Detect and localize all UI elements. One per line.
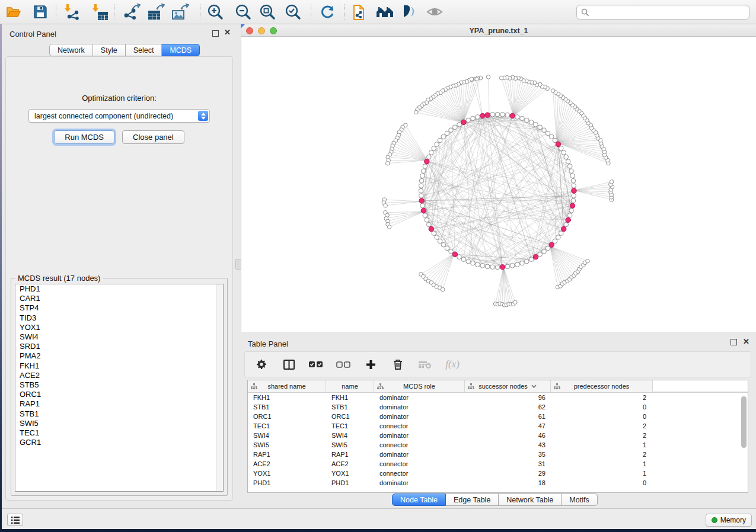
cell-shared-name[interactable]: YOX1 — [248, 470, 326, 477]
network-node[interactable] — [564, 222, 569, 227]
cell-successor-nodes[interactable]: 35 — [465, 451, 551, 458]
export-network-button[interactable] — [122, 3, 141, 21]
cell-MCDS-role[interactable]: dominator — [374, 479, 465, 486]
table-tab-network-table[interactable]: Network Table — [499, 493, 562, 506]
cell-successor-nodes[interactable]: 29 — [465, 470, 551, 477]
mcds-hub-node[interactable] — [485, 113, 490, 117]
network-node[interactable] — [471, 116, 476, 121]
network-node[interactable] — [542, 128, 547, 133]
memory-button[interactable]: Memory — [706, 514, 752, 527]
network-node[interactable] — [495, 112, 500, 117]
network-node[interactable] — [570, 174, 575, 178]
import-table-button[interactable] — [91, 3, 110, 21]
run-mcds-button[interactable]: Run MCDS — [54, 130, 114, 144]
network-node[interactable] — [425, 218, 429, 223]
cell-shared-name[interactable]: SWI4 — [248, 432, 326, 439]
network-node[interactable] — [435, 142, 439, 147]
cell-MCDS-role[interactable]: connector — [374, 422, 465, 430]
network-node[interactable] — [476, 262, 480, 267]
mcds-hub-node[interactable] — [570, 203, 575, 208]
mcds-result-item[interactable]: GCR1 — [15, 438, 223, 447]
cell-predecessor-nodes[interactable]: 1 — [551, 441, 653, 448]
network-node[interactable] — [505, 113, 510, 117]
network-node[interactable] — [556, 235, 561, 240]
network-node[interactable] — [466, 118, 471, 123]
home-button[interactable] — [375, 3, 394, 21]
network-node[interactable] — [559, 146, 563, 151]
cell-MCDS-role[interactable]: dominator — [374, 432, 465, 439]
mcds-hub-node[interactable] — [425, 159, 429, 164]
cell-name[interactable]: ACE2 — [326, 460, 374, 467]
table-row[interactable]: STB1STB1dominator620 — [248, 402, 748, 412]
table-scrollbar-thumb[interactable] — [741, 396, 747, 448]
network-node[interactable] — [490, 112, 495, 117]
mcds-result-item[interactable]: PHD1 — [15, 284, 223, 294]
cell-shared-name[interactable]: FKH1 — [248, 394, 326, 401]
table-row[interactable]: SWI5SWI5connector431 — [248, 440, 748, 450]
deselect-all-button[interactable] — [336, 357, 350, 371]
tab-select[interactable]: Select — [126, 44, 162, 56]
network-node[interactable] — [534, 122, 538, 127]
apply-layout-button[interactable] — [318, 3, 337, 21]
mcds-hub-node[interactable] — [572, 188, 576, 193]
network-node[interactable] — [422, 169, 426, 174]
cell-name[interactable]: STB1 — [326, 403, 374, 411]
network-node[interactable] — [441, 242, 446, 247]
network-node[interactable] — [515, 115, 520, 120]
mcds-result-list[interactable]: PHD1CAR1STP4TID3YOX1SWI4SRD1PMA2FKH1ACE2… — [15, 284, 224, 492]
network-node[interactable] — [438, 138, 442, 143]
network-node[interactable] — [571, 198, 576, 203]
cell-successor-nodes[interactable]: 46 — [465, 432, 551, 439]
mcds-hub-node[interactable] — [510, 113, 515, 118]
column-header-name[interactable]: name — [326, 380, 374, 392]
network-node[interactable] — [520, 116, 525, 121]
close-panel-icon[interactable]: ✕ — [224, 28, 231, 37]
network-node[interactable] — [423, 164, 428, 169]
select-all-button[interactable] — [309, 357, 323, 371]
search-input[interactable] — [592, 8, 749, 17]
cell-predecessor-nodes[interactable]: 0 — [551, 403, 653, 411]
zoom-in-button[interactable] — [206, 3, 225, 21]
leaf-node[interactable] — [475, 77, 479, 81]
network-node[interactable] — [420, 174, 425, 178]
network-node[interactable] — [495, 265, 500, 270]
leaf-node[interactable] — [414, 110, 418, 114]
mcds-result-item[interactable]: RAP1 — [15, 399, 223, 409]
network-node[interactable] — [485, 264, 490, 269]
column-header-MCDS-role[interactable]: MCDS role — [374, 380, 465, 392]
add-column-button[interactable] — [363, 357, 378, 371]
network-node[interactable] — [538, 125, 543, 130]
cell-MCDS-role[interactable]: dominator — [374, 394, 465, 401]
task-history-button[interactable] — [7, 514, 23, 526]
network-node[interactable] — [423, 213, 428, 218]
cell-successor-nodes[interactable]: 18 — [465, 479, 551, 486]
cell-MCDS-role[interactable]: dominator — [374, 403, 465, 411]
zoom-fit-button[interactable] — [258, 3, 277, 21]
cell-name[interactable]: ORC1 — [326, 413, 374, 420]
cell-MCDS-role[interactable]: connector — [374, 470, 465, 477]
mcds-result-item[interactable]: STB5 — [15, 380, 223, 390]
network-node[interactable] — [457, 255, 462, 259]
network-node[interactable] — [546, 131, 550, 136]
network-node[interactable] — [427, 222, 432, 227]
network-node[interactable] — [549, 134, 554, 139]
network-node[interactable] — [520, 261, 525, 265]
leaf-node[interactable] — [610, 180, 614, 184]
leaf-node[interactable] — [499, 76, 503, 80]
network-canvas[interactable] — [241, 37, 756, 332]
network-node[interactable] — [567, 213, 572, 218]
mcds-result-item[interactable]: TEC1 — [15, 428, 223, 438]
list-scrollbar-track[interactable] — [216, 284, 223, 491]
table-row[interactable]: ACE2ACE2connector311 — [248, 459, 748, 469]
open-file-button[interactable] — [4, 3, 23, 21]
mcds-hub-node[interactable] — [480, 113, 485, 118]
cell-name[interactable]: FKH1 — [326, 394, 374, 401]
leaf-node[interactable] — [486, 75, 490, 79]
leaf-node[interactable] — [387, 225, 391, 229]
cell-successor-nodes[interactable]: 62 — [465, 403, 551, 411]
cell-shared-name[interactable]: SWI5 — [248, 441, 326, 448]
network-node[interactable] — [438, 239, 442, 243]
leaf-node[interactable] — [513, 300, 518, 305]
network-node[interactable] — [419, 184, 423, 188]
mcds-result-item[interactable]: TID3 — [15, 313, 223, 323]
